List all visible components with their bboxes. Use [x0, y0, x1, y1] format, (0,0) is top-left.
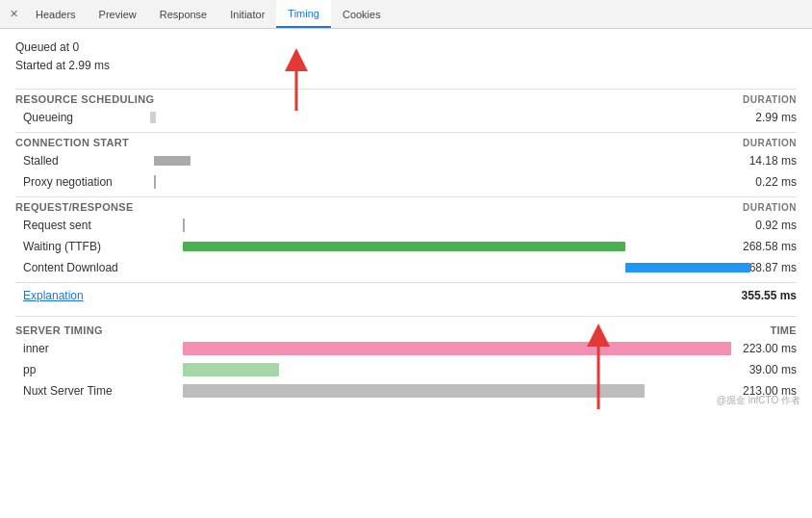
proxy-row: Proxy negotiation 0.22 ms	[15, 171, 797, 193]
nuxt-server-row: Nuxt Server Time 213.00 ms	[15, 380, 797, 401]
nuxt-server-bar-area	[150, 384, 710, 398]
tab-response[interactable]: Response	[148, 0, 219, 28]
pp-bar	[183, 363, 279, 376]
inner-bar	[183, 342, 731, 355]
started-info: Started at 2.99 ms	[15, 57, 797, 75]
connection-start-section: Connection Start DURATION Stalled 14.18 …	[15, 132, 797, 193]
request-sent-row: Request sent 0.92 ms	[15, 215, 797, 236]
proxy-bar	[154, 175, 156, 189]
request-sent-bar-area	[150, 219, 710, 232]
resource-scheduling-label: Resource Scheduling	[15, 93, 154, 105]
proxy-bar-area	[150, 175, 710, 189]
nuxt-server-label: Nuxt Server Time	[15, 384, 150, 398]
stalled-bar	[154, 156, 190, 166]
resource-scheduling-duration-label: DURATION	[743, 94, 797, 105]
request-response-header: Request/Response DURATION	[15, 196, 797, 215]
connection-start-header: Connection Start DURATION	[15, 132, 797, 150]
timing-info: Queued at 0 Started at 2.99 ms	[15, 39, 797, 75]
queueing-value: 2.99 ms	[710, 111, 797, 124]
resource-scheduling-section: Resource Scheduling DURATION Queueing 2.…	[15, 89, 797, 128]
tab-headers[interactable]: Headers	[24, 0, 88, 28]
waiting-ttfb-label: Waiting (TTFB)	[15, 240, 150, 253]
tab-bar: ✕ Headers Preview Response Initiator Tim…	[0, 0, 812, 29]
inner-row: inner 223.00 ms	[15, 338, 797, 359]
queueing-label: Queueing	[15, 111, 150, 124]
stalled-bar-area	[150, 154, 710, 168]
tab-initiator[interactable]: Initiator	[218, 0, 276, 28]
total-value: 355.55 ms	[710, 289, 797, 302]
server-timing-label: Server Timing	[15, 324, 103, 336]
pp-bar-area	[150, 363, 710, 376]
close-icon[interactable]: ✕	[4, 6, 24, 22]
resource-scheduling-header: Resource Scheduling DURATION	[15, 89, 797, 107]
waiting-ttfb-value: 268.58 ms	[710, 240, 797, 253]
request-sent-value: 0.92 ms	[710, 219, 797, 232]
content-download-bar-area	[150, 261, 710, 274]
watermark: @掘金 infCTO 作者	[717, 394, 800, 407]
request-response-label: Request/Response	[15, 201, 134, 213]
tab-timing[interactable]: Timing	[276, 0, 331, 28]
queueing-bar	[150, 112, 156, 123]
pp-value: 39.00 ms	[710, 363, 797, 376]
waiting-ttfb-bar	[183, 242, 625, 251]
content-download-row: Content Download 68.87 ms	[15, 257, 797, 278]
connection-start-duration-label: DURATION	[743, 138, 797, 148]
nuxt-server-bar	[183, 384, 645, 398]
proxy-value: 0.22 ms	[710, 175, 797, 189]
inner-label: inner	[15, 342, 150, 355]
total-row: Explanation 355.55 ms	[15, 282, 797, 308]
pp-row: pp 39.00 ms	[15, 359, 797, 380]
stalled-row: Stalled 14.18 ms	[15, 150, 797, 171]
connection-start-label: Connection Start	[15, 137, 129, 148]
queueing-bar-area	[150, 111, 710, 124]
server-timing-header: Server Timing TIME	[15, 316, 797, 338]
queued-info: Queued at 0	[15, 39, 797, 57]
queueing-row: Queueing 2.99 ms	[15, 107, 797, 128]
request-response-duration-label: DURATION	[743, 202, 797, 213]
server-timing-time-label: TIME	[770, 324, 797, 336]
timing-panel: Queued at 0 Started at 2.99 ms Resource …	[0, 29, 812, 415]
server-timing-section: Server Timing TIME inner 223.00 ms pp 39…	[15, 316, 797, 401]
inner-bar-area	[150, 342, 710, 355]
tab-preview[interactable]: Preview	[88, 0, 148, 28]
stalled-value: 14.18 ms	[710, 154, 797, 168]
explanation-link[interactable]: Explanation	[15, 289, 710, 302]
request-sent-label: Request sent	[15, 219, 150, 232]
proxy-label: Proxy negotiation	[15, 175, 150, 189]
waiting-ttfb-bar-area	[150, 240, 710, 253]
waiting-ttfb-row: Waiting (TTFB) 268.58 ms	[15, 236, 797, 257]
stalled-label: Stalled	[15, 154, 150, 168]
tab-cookies[interactable]: Cookies	[331, 0, 393, 28]
content-download-label: Content Download	[15, 261, 150, 274]
content-download-bar	[625, 263, 750, 272]
pp-label: pp	[15, 363, 150, 376]
request-sent-bar	[183, 219, 185, 232]
request-response-section: Request/Response DURATION Request sent 0…	[15, 196, 797, 278]
